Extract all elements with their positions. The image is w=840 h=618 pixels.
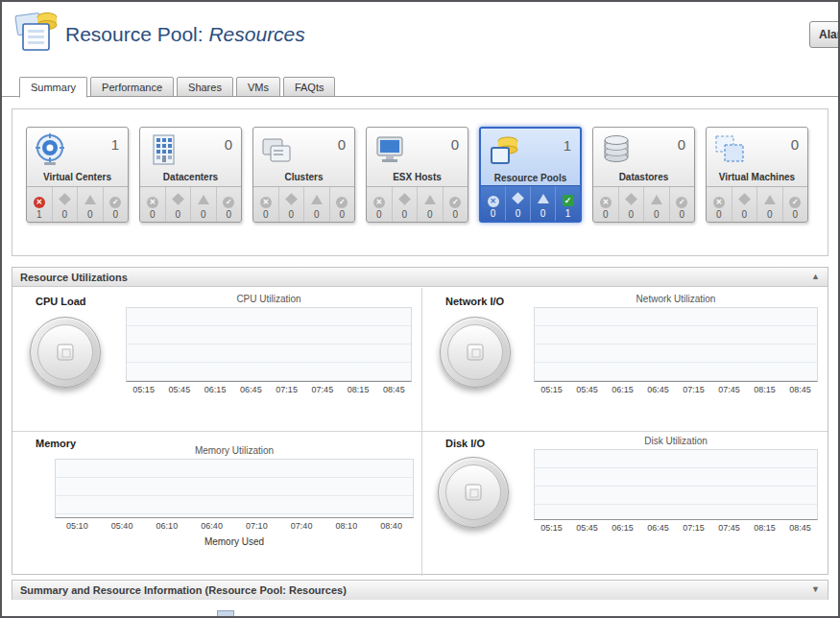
status-warning[interactable]: 0 xyxy=(78,187,104,222)
status-count: 0 xyxy=(783,209,808,220)
tile-count: 0 xyxy=(225,136,232,153)
tile-resource-pools[interactable]: 1 Resource Pools ✕ 0 0 0 xyxy=(479,127,582,223)
disk-chart-title: Disk Utilization xyxy=(534,436,818,446)
tile-datacenters[interactable]: 0 Datacenters ✕ 0 0 0 xyxy=(139,127,242,223)
warning-icon xyxy=(198,195,209,204)
tab-performance[interactable]: Performance xyxy=(90,77,174,97)
status-count: 0 xyxy=(418,209,443,220)
tile-esx-hosts[interactable]: 0 ESX Hosts ✕ 0 0 0 xyxy=(366,127,468,223)
cpu-load-label: CPU Load xyxy=(36,296,86,307)
cpu-load-gauge[interactable] xyxy=(30,317,101,388)
status-error[interactable]: 0 xyxy=(732,187,758,222)
resource-utilizations-header[interactable]: Resource Utilizations ▲ xyxy=(12,268,828,287)
status-warning[interactable]: 0 xyxy=(304,187,330,222)
status-warning[interactable]: 0 xyxy=(191,187,217,222)
status-error[interactable]: 0 xyxy=(166,187,192,222)
critical-icon: ✕ xyxy=(373,197,385,208)
tick-label: 05:15 xyxy=(534,523,569,533)
alarms-button[interactable]: Alarms xyxy=(809,21,840,48)
tick-label: 05:10 xyxy=(55,521,100,531)
tick-label: 08:15 xyxy=(747,385,782,394)
cpu-utilization-plot[interactable] xyxy=(126,307,412,382)
status-row: ✕ 0 0 0 ✓ 0 xyxy=(140,186,241,222)
tab-summary[interactable]: Summary xyxy=(19,77,87,98)
status-count: 0 xyxy=(140,209,165,220)
status-warning[interactable]: 0 xyxy=(644,187,670,222)
tile-count: 0 xyxy=(338,136,346,153)
network-quadrant: Network I/O Network Utilization 05:15 05… xyxy=(422,288,828,432)
status-warning[interactable]: 0 xyxy=(757,187,783,222)
tab-faqts[interactable]: FAQts xyxy=(283,77,336,97)
status-row: ✕ 0 0 0 ✓ 1 xyxy=(481,185,580,221)
inventory-summary-box: 1 Virtual Centers ✕ 1 0 0 xyxy=(12,108,828,256)
critical-icon: ✕ xyxy=(34,197,45,208)
status-error[interactable]: 0 xyxy=(393,187,419,222)
status-row: ✕ 0 0 0 ✓ 0 xyxy=(253,186,354,222)
status-count: 0 xyxy=(757,209,782,220)
disk-utilization-plot[interactable] xyxy=(534,449,818,520)
status-normal[interactable]: ✓ 0 xyxy=(670,187,695,222)
status-normal[interactable]: ✓ 0 xyxy=(783,187,808,222)
tick-label: 07:45 xyxy=(711,385,747,394)
status-count: 0 xyxy=(644,209,669,220)
status-error[interactable]: 0 xyxy=(53,187,79,222)
warning-icon xyxy=(311,195,323,204)
status-error[interactable]: 0 xyxy=(279,187,305,222)
tile-clusters[interactable]: 0 Clusters ✕ 0 0 0 xyxy=(252,127,355,223)
tab-vms[interactable]: VMs xyxy=(236,77,280,97)
network-io-gauge[interactable] xyxy=(440,317,511,388)
network-chart-title: Network Utilization xyxy=(534,294,818,304)
datastores-icon xyxy=(599,132,634,171)
virtual-machines-icon xyxy=(712,132,747,171)
expand-arrow-icon[interactable]: ▼ xyxy=(811,584,820,594)
status-count: 0 xyxy=(506,208,530,219)
tile-datastores[interactable]: 0 Datastores ✕ 0 0 0 xyxy=(592,127,695,223)
status-normal[interactable]: ✓ 0 xyxy=(217,187,242,222)
status-count: 0 xyxy=(444,209,468,220)
status-warning[interactable]: 0 xyxy=(418,187,444,222)
tab-shares[interactable]: Shares xyxy=(177,77,233,97)
status-normal[interactable]: ✓ 0 xyxy=(104,187,129,222)
status-critical[interactable]: ✕ 0 xyxy=(593,187,619,222)
error-icon xyxy=(172,193,184,205)
status-normal[interactable]: ✓ 0 xyxy=(330,187,355,222)
tick-label: 05:40 xyxy=(100,521,145,531)
status-critical[interactable]: ✕ 0 xyxy=(707,187,732,222)
status-error[interactable]: 0 xyxy=(506,186,531,221)
cpu-chart-title: CPU Utilization xyxy=(126,294,412,304)
tile-name: Virtual Machines xyxy=(707,172,807,182)
status-warning[interactable]: 0 xyxy=(531,186,556,221)
summary-information-header[interactable]: Summary and Resource Information (Resour… xyxy=(12,581,828,600)
tile-count: 0 xyxy=(451,136,459,153)
status-critical[interactable]: ✕ 0 xyxy=(253,187,279,222)
warning-icon xyxy=(651,195,662,204)
critical-icon: ✕ xyxy=(147,197,158,208)
tile-name: ESX Hosts xyxy=(367,172,468,182)
memory-utilization-plot[interactable] xyxy=(55,459,414,518)
status-critical[interactable]: ✕ 0 xyxy=(140,187,166,222)
cpu-quadrant: CPU Load CPU Utilization 05:15 05:45 06:… xyxy=(12,288,422,432)
status-critical[interactable]: ✕ 0 xyxy=(367,187,393,222)
network-utilization-plot[interactable] xyxy=(534,307,818,382)
status-normal[interactable]: ✓ 0 xyxy=(444,187,468,222)
tick-label: 08:45 xyxy=(782,523,818,533)
network-utilization-chart-block: Network Utilization 05:15 05:45 06:15 06… xyxy=(534,294,818,394)
page-title-resource-name: Resources xyxy=(208,23,304,45)
cpu-utilization-chart-block: CPU Utilization 05:15 05:45 06:15 06:45 … xyxy=(126,294,412,394)
status-critical[interactable]: ✕ 1 xyxy=(27,187,53,222)
warning-icon xyxy=(538,194,549,203)
tile-virtual-centers[interactable]: 1 Virtual Centers ✕ 1 0 0 xyxy=(26,127,129,223)
tick-label: 05:45 xyxy=(569,523,605,533)
disk-io-gauge[interactable] xyxy=(438,457,509,528)
status-normal[interactable]: ✓ 1 xyxy=(556,186,580,221)
memory-used-legend: Memory Used xyxy=(55,536,414,547)
normal-icon: ✓ xyxy=(789,197,801,208)
tile-name: Virtual Centers xyxy=(27,172,128,182)
memory-quadrant: Memory Memory Utilization 05:10 05:40 06… xyxy=(12,432,422,576)
tick-label: 06:15 xyxy=(198,385,233,394)
status-error[interactable]: 0 xyxy=(619,187,645,222)
tile-virtual-machines[interactable]: 0 Virtual Machines ✕ 0 0 0 xyxy=(706,127,808,223)
status-critical[interactable]: ✕ 0 xyxy=(481,186,506,221)
collapse-arrow-icon[interactable]: ▲ xyxy=(811,272,820,281)
status-count: 0 xyxy=(330,209,355,220)
